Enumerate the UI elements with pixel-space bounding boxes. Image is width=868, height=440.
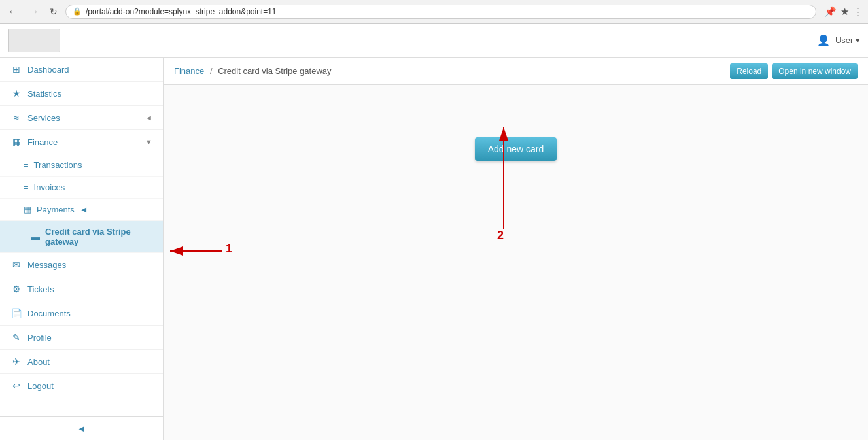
back-button[interactable]: ← <box>5 5 21 19</box>
header-actions: Reload Open in new window <box>730 63 858 79</box>
sidebar-item-logout[interactable]: ↩ Logout <box>0 374 163 398</box>
sidebar-item-profile[interactable]: ✎ Profile <box>0 326 163 350</box>
address-bar[interactable]: 🔒 /portal/add-on?module=splynx_stripe_ad… <box>65 5 816 19</box>
sidebar-label-logout: Logout <box>27 381 54 391</box>
sidebar-label-payments: Payments <box>37 205 75 214</box>
user-avatar-icon: 👤 <box>817 34 830 46</box>
services-chevron-icon: ◄ <box>145 114 152 122</box>
url-text: /portal/add-on?module=splynx_stripe_addo… <box>86 7 277 16</box>
sidebar-collapse-button[interactable]: ◄ <box>0 416 163 440</box>
content-header: Finance / Credit card via Stripe gateway… <box>164 58 868 85</box>
pin-icon[interactable]: 📌 <box>824 6 837 18</box>
sidebar-label-messages: Messages <box>27 260 66 270</box>
collapse-icon: ◄ <box>77 424 86 433</box>
sidebar-label-dashboard: Dashboard <box>27 65 69 75</box>
sidebar-label-finance: Finance <box>27 137 58 147</box>
sidebar-label-invoices: Invoices <box>34 182 65 192</box>
sidebar-label-credit-card-stripe: Credit card via Stripe gateway <box>45 227 152 246</box>
about-icon: ✈ <box>10 356 22 367</box>
sidebar-label-transactions: Transactions <box>34 160 82 170</box>
user-menu-label[interactable]: User ▾ <box>835 35 860 45</box>
main-content: Finance / Credit card via Stripe gateway… <box>164 58 868 440</box>
sidebar: ⊞ Dashboard ★ Statistics ≈ Services ◄ ▦ … <box>0 58 164 440</box>
annotation-1-label: 1 <box>226 242 232 256</box>
app-logo <box>8 29 60 52</box>
transactions-icon: = <box>24 160 29 170</box>
sidebar-label-statistics: Statistics <box>27 89 61 99</box>
menu-icon[interactable]: ⋮ <box>853 6 863 18</box>
statistics-icon: ★ <box>10 88 22 99</box>
content-area: Add new card <box>164 85 868 440</box>
payments-chevron-icon: ◄ <box>80 205 88 214</box>
dashboard-icon: ⊞ <box>10 64 22 75</box>
sidebar-item-transactions[interactable]: = Transactions <box>0 154 163 177</box>
finance-chevron-icon: ▼ <box>145 138 152 146</box>
sidebar-item-statistics[interactable]: ★ Statistics <box>0 82 163 106</box>
main-layout: ⊞ Dashboard ★ Statistics ≈ Services ◄ ▦ … <box>0 58 868 440</box>
sidebar-item-credit-card-stripe[interactable]: ▬ Credit card via Stripe gateway <box>0 221 163 253</box>
annotation-2-label: 2 <box>497 229 504 243</box>
app-header: 👤 User ▾ <box>0 24 868 58</box>
sidebar-label-about: About <box>27 357 50 367</box>
logout-icon: ↩ <box>10 381 22 391</box>
sidebar-label-profile: Profile <box>27 333 52 343</box>
sidebar-item-about[interactable]: ✈ About <box>0 350 163 374</box>
breadcrumb-separator: / <box>210 66 213 76</box>
profile-icon: ✎ <box>10 332 22 343</box>
reload-button[interactable]: ↻ <box>47 5 60 18</box>
credit-card-icon: ▬ <box>31 232 40 242</box>
sidebar-label-documents: Documents <box>27 309 71 318</box>
finance-icon: ▦ <box>10 137 22 147</box>
security-icon: 🔒 <box>73 7 82 16</box>
browser-chrome: ← → ↻ 🔒 /portal/add-on?module=splynx_str… <box>0 0 868 24</box>
tickets-icon: ⚙ <box>10 284 22 294</box>
messages-icon: ✉ <box>10 260 22 270</box>
sidebar-label-services: Services <box>27 113 60 123</box>
forward-button[interactable]: → <box>26 5 42 19</box>
sidebar-item-messages[interactable]: ✉ Messages <box>0 253 163 277</box>
breadcrumb: Finance / Credit card via Stripe gateway <box>174 66 332 76</box>
sidebar-item-finance[interactable]: ▦ Finance ▼ <box>0 130 163 154</box>
bookmark-icon[interactable]: ★ <box>841 6 849 18</box>
invoices-icon: = <box>24 182 29 192</box>
sidebar-item-invoices[interactable]: = Invoices <box>0 177 163 199</box>
sidebar-item-payments[interactable]: ▦ Payments ◄ <box>0 199 163 221</box>
sidebar-item-documents[interactable]: 📄 Documents <box>0 301 163 326</box>
reload-page-button[interactable]: Reload <box>730 63 768 79</box>
sidebar-item-dashboard[interactable]: ⊞ Dashboard <box>0 58 163 82</box>
sidebar-item-tickets[interactable]: ⚙ Tickets <box>0 277 163 301</box>
add-new-card-button[interactable]: Add new card <box>475 137 557 161</box>
sidebar-item-services[interactable]: ≈ Services ◄ <box>0 106 163 130</box>
breadcrumb-current: Credit card via Stripe gateway <box>218 66 331 76</box>
header-user-area: 👤 User ▾ <box>817 34 860 46</box>
breadcrumb-parent[interactable]: Finance <box>174 66 204 76</box>
open-new-window-button[interactable]: Open in new window <box>772 63 858 79</box>
browser-extras: 📌 ★ ⋮ <box>824 6 863 18</box>
documents-icon: 📄 <box>10 308 22 318</box>
sidebar-label-tickets: Tickets <box>27 284 54 294</box>
services-icon: ≈ <box>10 112 22 123</box>
payments-icon: ▦ <box>24 205 31 214</box>
